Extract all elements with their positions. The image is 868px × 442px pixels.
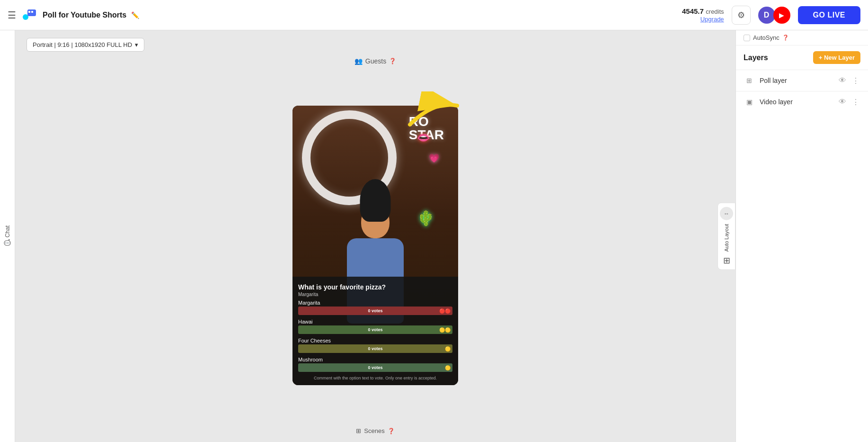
layer-visibility-button[interactable]: 👁 [838,75,847,86]
poll-overlay: What is your favorite pizza? Margarita M… [292,277,458,385]
avatar-group: D ▶ [758,7,790,24]
person-hair [360,179,391,222]
poll-emoji: 🟡🟡 [439,327,451,332]
poll-votes: 0 votes [368,346,382,351]
avatar-youtube: ▶ [773,7,790,24]
layer-type-icon: ▣ [744,96,755,108]
credits-label: credits [706,8,724,15]
resolution-dropdown[interactable]: Portrait | 9:16 | 1080x1920 FULL HD ▾ [27,38,144,52]
svg-rect-3 [31,11,33,13]
poll-bar: 0 votes 🟡 [298,363,452,372]
guests-icon: 👥 [354,57,363,65]
main-content: 💬 Chat Portrait | 9:16 | 1080x1920 FULL … [0,30,868,442]
poll-option-name: Mushroom [298,357,452,362]
poll-option: Mushroom 0 votes 🟡 [298,357,452,372]
layer-visibility-button[interactable]: 👁 [838,97,847,107]
poll-votes: 0 votes [368,327,382,332]
layers-header: Layers + New Layer [736,45,868,70]
avatar-d: D [758,7,775,24]
auto-layout-grid-icon: ⊞ [723,255,730,266]
poll-bar: 0 votes 🟡 [298,344,452,353]
logo-icon [21,7,38,24]
poll-emoji: 🟡 [445,365,451,370]
poll-emoji: 🔴🔴 [439,308,451,313]
credits-block: 4545.7 credits Upgrade [682,7,724,23]
header: ☰ Poll for Youtube Shorts ✏️ 4545.7 cred… [0,0,868,30]
hamburger-icon[interactable]: ☰ [8,9,16,21]
autosync-checkbox[interactable] [744,35,750,41]
svg-rect-2 [28,11,30,13]
poll-bar: 0 votes 🟡🟡 [298,325,452,334]
chat-label: 💬 Chat [4,226,11,246]
canvas-toolbar: Portrait | 9:16 | 1080x1920 FULL HD ▾ [19,34,732,55]
layers-list: ⊞ Poll layer 👁 ⋮ ▣ Video layer 👁 ⋮ [736,70,868,112]
layer-more-button[interactable]: ⋮ [851,97,860,108]
poll-votes: 0 votes [368,308,382,313]
neon-lips: 👄 [417,132,430,144]
auto-layout-icon: ↔ [720,207,733,220]
poll-options: Margarita 0 votes 🔴🔴 Hawai 0 votes 🟡🟡 Fo… [298,300,452,372]
layer-actions: 👁 ⋮ [838,75,860,86]
layer-item[interactable]: ▣ Video layer 👁 ⋮ [736,91,868,112]
scenes-bar: ⊞ Scenes ❓ [352,424,398,438]
guests-button[interactable]: 👥 Guests ❓ [354,57,396,65]
poll-subtitle: Margarita [298,292,452,297]
settings-button[interactable]: ⚙ [732,6,751,25]
header-right: 4545.7 credits Upgrade ⚙ D ▶ GO LIVE [682,6,860,25]
right-panel: AutoSync ❓ Layers + New Layer ⊞ Poll lay… [735,30,868,442]
poll-votes: 0 votes [368,365,382,370]
poll-option-name: Four Cheeses [298,338,452,343]
scenes-label: Scenes [364,427,384,434]
poll-option: Hawai 0 votes 🟡🟡 [298,319,452,334]
chat-panel[interactable]: 💬 Chat [0,30,15,442]
preview-phone: RO STAR 👄 💗 🌵 What is your favorite pizz… [292,106,458,385]
layer-actions: 👁 ⋮ [838,97,860,108]
header-left: ☰ Poll for Youtube Shorts ✏️ [8,7,676,24]
poll-option: Margarita 0 votes 🔴🔴 [298,300,452,315]
poll-option-name: Margarita [298,300,452,306]
go-live-button[interactable]: GO LIVE [798,6,860,24]
poll-emoji: 🟡 [445,346,451,351]
poll-option-name: Hawai [298,319,452,325]
neon-heart: 💗 [429,153,439,163]
poll-footer: Comment with the option text to vote. On… [298,376,452,380]
auto-layout-tab[interactable]: ↔ Auto Layout ⊞ [717,202,735,270]
guests-bar: 👥 Guests ❓ [354,55,396,67]
chevron-down-icon: ▾ [135,41,138,48]
autosync-label: AutoSync [753,34,779,41]
layer-name: Poll layer [760,77,833,84]
autosync-row: AutoSync ❓ [736,30,868,45]
upgrade-link[interactable]: Upgrade [682,16,724,23]
app-title: Poll for Youtube Shorts [43,11,126,19]
canvas-area: Portrait | 9:16 | 1080x1920 FULL HD ▾ 👥 … [15,30,735,442]
auto-layout-label: Auto Layout [724,224,729,252]
scenes-help-icon: ❓ [388,428,395,434]
poll-bar: 0 votes 🔴🔴 [298,307,452,315]
preview-container: RO STAR 👄 💗 🌵 What is your favorite pizz… [19,67,732,424]
scenes-icon: ⊞ [356,427,361,434]
poll-question: What is your favorite pizza? [298,283,452,291]
credits-amount: 4545.7 [682,7,704,15]
guests-help-icon: ❓ [389,58,396,64]
poll-option: Four Cheeses 0 votes 🟡 [298,338,452,353]
layer-more-button[interactable]: ⋮ [851,75,860,86]
layers-title: Layers [744,54,768,62]
layer-item[interactable]: ⊞ Poll layer 👁 ⋮ [736,70,868,91]
layer-name: Video layer [760,98,833,106]
neon-cactus: 🌵 [417,210,434,226]
edit-icon[interactable]: ✏️ [131,11,139,19]
autosync-help-icon[interactable]: ❓ [782,35,789,41]
layer-type-icon: ⊞ [744,75,755,86]
new-layer-button[interactable]: + New Layer [813,51,860,64]
